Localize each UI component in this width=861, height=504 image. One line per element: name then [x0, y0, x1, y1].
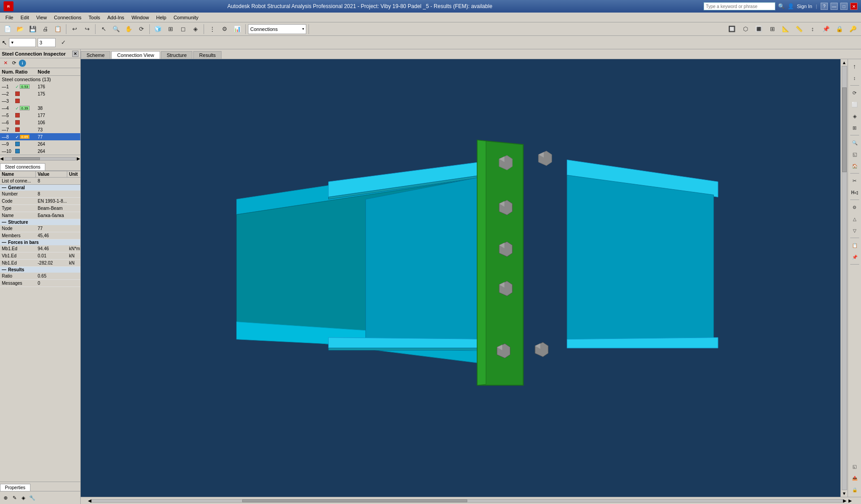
- undo-btn[interactable]: ↩: [69, 24, 80, 35]
- pan-btn[interactable]: ✋: [123, 24, 135, 35]
- rt-btn-13[interactable]: △: [849, 213, 860, 224]
- rt-btn-3[interactable]: ⟳: [849, 87, 860, 98]
- sign-in-label[interactable]: Sign In: [797, 4, 812, 9]
- scroll-right-viewport-btn[interactable]: ▶: [843, 498, 847, 503]
- general-minus-icon[interactable]: —: [2, 185, 6, 190]
- view-persp-btn[interactable]: ◈: [190, 24, 201, 35]
- results-minus-icon[interactable]: —: [2, 267, 6, 272]
- menu-view[interactable]: View: [33, 14, 51, 21]
- steel-conn-tab[interactable]: Steel connections: [0, 163, 45, 170]
- rotate-btn[interactable]: ⟳: [135, 24, 147, 35]
- select-btn[interactable]: ↖: [98, 24, 109, 35]
- print2-btn[interactable]: 📋: [52, 24, 64, 35]
- h-scrollbar[interactable]: ◀ ▶: [0, 155, 80, 162]
- structure-minus-icon[interactable]: —: [2, 220, 6, 225]
- conn-row-7[interactable]: —7 73: [0, 126, 80, 133]
- rt-btn-17[interactable]: ◱: [849, 461, 860, 472]
- conn-row-2[interactable]: —2 175: [0, 90, 80, 97]
- redo-btn[interactable]: ↪: [81, 24, 93, 35]
- rt-btn-12[interactable]: ⚙: [849, 202, 860, 213]
- prop-tool-btn[interactable]: 🔧: [29, 495, 36, 502]
- open-btn[interactable]: 📂: [14, 24, 26, 35]
- new-btn[interactable]: 📄: [2, 24, 13, 35]
- menu-window[interactable]: Window: [128, 14, 152, 21]
- node-input[interactable]: [38, 38, 56, 47]
- conn-row-10[interactable]: —10 264: [0, 148, 80, 155]
- rt-tb-btn2[interactable]: ⬡: [739, 24, 752, 35]
- rt-btn-14[interactable]: ▽: [849, 225, 860, 236]
- tab-structure[interactable]: Structure: [161, 51, 193, 59]
- print-btn[interactable]: 🖨: [39, 24, 51, 35]
- v-scrollbar[interactable]: ▲ ▼: [840, 59, 848, 497]
- conn-row-5[interactable]: —5 177: [0, 112, 80, 119]
- menu-community[interactable]: Community: [170, 14, 202, 21]
- save-btn[interactable]: 💾: [27, 24, 39, 35]
- rt-btn-18[interactable]: 📤: [849, 473, 860, 483]
- search-input[interactable]: [704, 2, 775, 10]
- rt-btn-7[interactable]: 🔍: [849, 137, 860, 148]
- rt-tb-btn10[interactable]: 🔑: [847, 24, 859, 35]
- menu-connections[interactable]: Connections: [50, 14, 85, 21]
- viewport-bottom-scroll[interactable]: ◀ ▶ ▶: [81, 497, 861, 504]
- view2d-btn[interactable]: ⊞: [165, 24, 176, 35]
- tab-results[interactable]: Results: [193, 51, 222, 59]
- scroll-left-viewport-btn[interactable]: ◀: [88, 498, 91, 503]
- rt-tb-btn9[interactable]: 🔒: [833, 24, 846, 35]
- rt-btn-16[interactable]: 📌: [849, 252, 860, 262]
- scroll-right-btn[interactable]: ▶: [77, 156, 80, 161]
- rt-btn-8[interactable]: ◱: [849, 149, 860, 160]
- rt-tb-btn1[interactable]: 🔲: [726, 24, 738, 35]
- delete-icon[interactable]: ✕: [2, 60, 9, 67]
- menu-edit[interactable]: Edit: [17, 14, 33, 21]
- rt-btn-2[interactable]: ↕: [849, 73, 860, 83]
- menu-addins[interactable]: Add-Ins: [104, 14, 128, 21]
- prop-edit-btn[interactable]: ✎: [11, 495, 18, 502]
- menu-help[interactable]: Help: [152, 14, 170, 21]
- search-icon[interactable]: 🔍: [778, 3, 785, 9]
- rt-btn-5[interactable]: ◈: [849, 111, 860, 122]
- viewport[interactable]: ▲ ▼: [81, 59, 848, 497]
- settings-btn[interactable]: ⚙: [219, 24, 230, 35]
- rt-btn-15[interactable]: 📋: [849, 240, 860, 251]
- conn-row-3[interactable]: —3: [0, 97, 80, 104]
- maximize-btn[interactable]: □: [840, 3, 848, 10]
- tab-connection-view[interactable]: Connection View: [111, 51, 160, 59]
- help-icon[interactable]: ?: [821, 3, 828, 10]
- conn-row-8[interactable]: —8 ✓ 0.65 77: [0, 133, 80, 140]
- conn-row-6[interactable]: —6 106: [0, 119, 80, 126]
- properties-tab-btn[interactable]: Properties: [0, 484, 30, 491]
- properties-scroll[interactable]: Name Value Unit List of conne... 8 — Gen…: [0, 171, 80, 482]
- scroll-left-btn[interactable]: ◀: [0, 156, 4, 161]
- zoom-btn[interactable]: 🔍: [110, 24, 122, 35]
- rt-btn-11[interactable]: H◁: [849, 187, 860, 198]
- user-icon[interactable]: 👤: [787, 3, 794, 9]
- mesh-btn[interactable]: ⋮: [206, 24, 218, 35]
- rt-btn-9[interactable]: 🏠: [849, 161, 860, 171]
- rt-btn-4[interactable]: ⬜: [849, 99, 860, 110]
- scroll-up-btn[interactable]: ▲: [842, 60, 847, 65]
- minimize-btn[interactable]: —: [831, 3, 838, 10]
- rt-btn-19[interactable]: 🔒: [849, 484, 860, 495]
- prop-view-btn[interactable]: ◈: [20, 495, 27, 502]
- conn-row-4[interactable]: —4 ✓ 0.39 38: [0, 104, 80, 112]
- conn-dropdown[interactable]: Connections ▾: [248, 24, 306, 34]
- rt-tb-btn6[interactable]: 📏: [793, 24, 805, 35]
- info-icon[interactable]: i: [19, 60, 26, 67]
- connection-list[interactable]: —1 ✓ 0.53 176 —2 175 —3: [0, 83, 80, 155]
- close-inspector-btn[interactable]: ✕: [72, 51, 78, 57]
- prop-add-btn[interactable]: ⊕: [2, 495, 9, 502]
- view-ortho-btn[interactable]: ◻: [177, 24, 189, 35]
- rt-tb-btn3[interactable]: 🔳: [752, 24, 765, 35]
- refresh-icon[interactable]: ⟳: [10, 60, 17, 67]
- tab-scheme[interactable]: Scheme: [81, 51, 110, 59]
- conn-row-9[interactable]: —9 264: [0, 140, 80, 148]
- close-btn[interactable]: ✕: [850, 3, 857, 10]
- rt-tb-btn4[interactable]: ⊞: [766, 24, 778, 35]
- snap-dropdown[interactable]: ▾: [9, 38, 36, 47]
- forces-minus-icon[interactable]: —: [2, 240, 6, 245]
- rt-btn-1[interactable]: ↑: [849, 61, 860, 72]
- menu-tools[interactable]: Tools: [85, 14, 104, 21]
- rt-btn-10[interactable]: ✂: [849, 175, 860, 186]
- expand-btn[interactable]: ▶: [847, 497, 854, 504]
- rt-btn-6[interactable]: ⊞: [849, 122, 860, 133]
